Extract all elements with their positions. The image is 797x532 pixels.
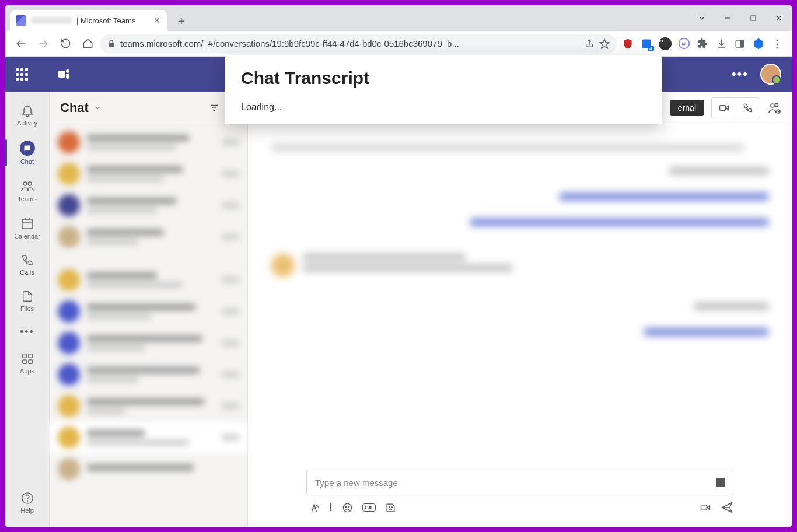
window-minimize-icon[interactable] <box>715 8 740 29</box>
extensions-button[interactable] <box>694 35 711 52</box>
chat-list-item[interactable] <box>50 422 247 453</box>
bell-icon <box>20 103 34 117</box>
rail-chat[interactable]: Chat <box>5 136 50 170</box>
rail-teams-label: Teams <box>18 195 36 202</box>
rail-calendar[interactable]: Calendar <box>5 212 50 244</box>
conversation-messages <box>248 124 792 470</box>
svg-point-13 <box>66 69 69 73</box>
tab-title: | Microsoft Teams <box>76 16 148 25</box>
sticker-icon[interactable] <box>385 502 396 513</box>
svg-point-32 <box>775 103 778 106</box>
chat-list-item[interactable] <box>50 390 247 422</box>
rail-help[interactable]: Help <box>5 487 50 519</box>
format-icon[interactable] <box>309 502 320 513</box>
audio-call-button[interactable] <box>736 97 760 118</box>
emoji-icon[interactable] <box>342 502 353 513</box>
new-tab-button[interactable]: ＋ <box>173 12 190 29</box>
extension-badge-count: 4 <box>648 46 654 51</box>
svg-rect-41 <box>701 505 707 510</box>
chat-list-item[interactable] <box>50 296 247 327</box>
svg-rect-12 <box>58 71 65 78</box>
gif-icon[interactable]: GIF <box>362 503 376 512</box>
send-button[interactable] <box>721 501 733 514</box>
chat-list-item[interactable] <box>50 221 247 253</box>
video-call-button[interactable] <box>711 97 736 118</box>
people-icon <box>20 179 34 193</box>
reload-button[interactable] <box>55 34 75 54</box>
composer-square-icon[interactable] <box>716 478 725 487</box>
svg-point-31 <box>771 104 774 107</box>
extension-chat-icon[interactable] <box>675 35 693 52</box>
rail-teams[interactable]: Teams <box>5 174 50 207</box>
chat-list-item[interactable] <box>50 190 247 221</box>
filter-icon[interactable] <box>209 103 219 113</box>
rail-activity[interactable]: Activity <box>5 99 50 131</box>
message-composer[interactable]: Type a new message <box>306 470 733 495</box>
svg-rect-22 <box>22 360 26 363</box>
home-button[interactable] <box>78 34 97 54</box>
extension-blue-icon[interactable]: 4 <box>638 35 655 52</box>
svg-point-25 <box>27 501 27 501</box>
svg-marker-42 <box>707 506 710 510</box>
header-more-button[interactable]: ••• <box>732 66 749 82</box>
sidepanel-button[interactable] <box>731 35 749 52</box>
add-people-button[interactable] <box>767 101 781 115</box>
forward-button[interactable] <box>33 34 53 54</box>
window-maximize-icon[interactable] <box>740 8 766 29</box>
window-close-icon[interactable] <box>766 8 792 29</box>
svg-rect-1 <box>751 16 756 20</box>
extension-ublock-icon[interactable] <box>619 35 637 52</box>
rail-calls[interactable]: Calls <box>5 249 50 281</box>
external-badge: ernal <box>670 100 704 116</box>
back-button[interactable] <box>11 34 31 54</box>
bookmark-star-icon[interactable] <box>599 38 610 49</box>
chat-list-items <box>50 124 247 527</box>
chat-list-item[interactable] <box>50 158 247 190</box>
browser-toolbar: teams.microsoft.com/_#/conversations/19:… <box>5 31 792 57</box>
help-icon <box>21 492 34 505</box>
svg-rect-16 <box>22 219 33 229</box>
close-tab-icon[interactable]: ✕ <box>152 16 162 25</box>
downloads-button[interactable] <box>712 35 730 52</box>
browser-tab-bar: | Microsoft Teams ✕ ＋ <box>5 5 792 31</box>
teams-logo-icon[interactable] <box>57 67 71 81</box>
svg-point-36 <box>343 503 351 512</box>
priority-icon[interactable]: ! <box>329 502 333 514</box>
rail-apps[interactable]: Apps <box>5 348 50 379</box>
calendar-icon <box>20 216 34 230</box>
phone-icon <box>21 254 34 267</box>
chevron-down-icon[interactable] <box>93 104 102 112</box>
chat-list-item[interactable] <box>50 359 247 390</box>
chat-list-item[interactable] <box>50 327 247 359</box>
svg-rect-23 <box>28 360 32 363</box>
extension-hex-icon[interactable] <box>750 35 767 52</box>
svg-point-37 <box>345 506 347 508</box>
video-clip-icon[interactable] <box>700 502 711 513</box>
address-bar[interactable]: teams.microsoft.com/_#/conversations/19:… <box>100 34 617 53</box>
extension-panda-icon[interactable]: •• <box>656 35 674 52</box>
chat-list-item[interactable] <box>50 453 247 485</box>
chat-list-panel: Chat <box>50 92 248 527</box>
svg-point-40 <box>391 506 393 508</box>
svg-rect-29 <box>719 105 725 110</box>
app-launcher-icon[interactable] <box>16 68 28 80</box>
more-icon: ••• <box>20 326 34 338</box>
chat-list-item[interactable] <box>50 264 247 296</box>
url-text: teams.microsoft.com/_#/conversations/19:… <box>120 38 579 48</box>
chat-transcript-popup: Chat Transcript Loading... <box>225 55 662 124</box>
share-icon[interactable] <box>584 38 595 49</box>
svg-point-14 <box>23 182 27 186</box>
user-avatar[interactable] <box>760 64 781 85</box>
svg-point-38 <box>348 506 349 508</box>
svg-rect-20 <box>22 354 26 358</box>
rail-more[interactable]: ••• <box>5 321 50 343</box>
tabs-dropdown-icon[interactable] <box>689 8 715 29</box>
chat-list-item[interactable] <box>50 127 247 158</box>
browser-tab[interactable]: | Microsoft Teams ✕ <box>10 10 167 31</box>
rail-help-label: Help <box>20 507 34 514</box>
rail-files[interactable]: Files <box>5 285 50 317</box>
browser-menu-button[interactable]: ⋮ <box>768 35 786 52</box>
rail-activity-label: Activity <box>17 120 37 127</box>
rail-calendar-label: Calendar <box>14 233 40 240</box>
svg-point-39 <box>389 506 390 508</box>
